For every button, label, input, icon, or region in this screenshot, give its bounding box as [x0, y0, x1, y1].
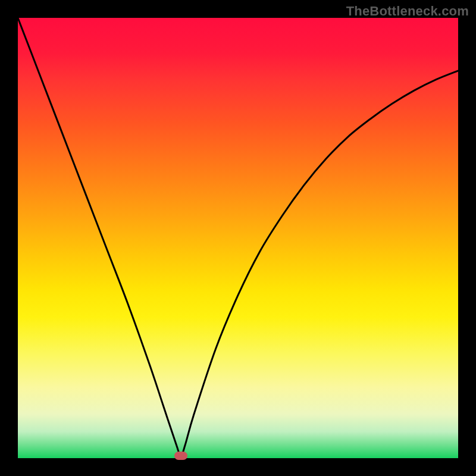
chart-container: TheBottleneck.com	[0, 0, 476, 476]
watermark-text: TheBottleneck.com	[346, 4, 469, 19]
plot-area	[18, 18, 458, 458]
curve-svg	[18, 18, 458, 458]
bottleneck-curve-path	[18, 18, 458, 456]
minimum-marker	[174, 452, 187, 460]
